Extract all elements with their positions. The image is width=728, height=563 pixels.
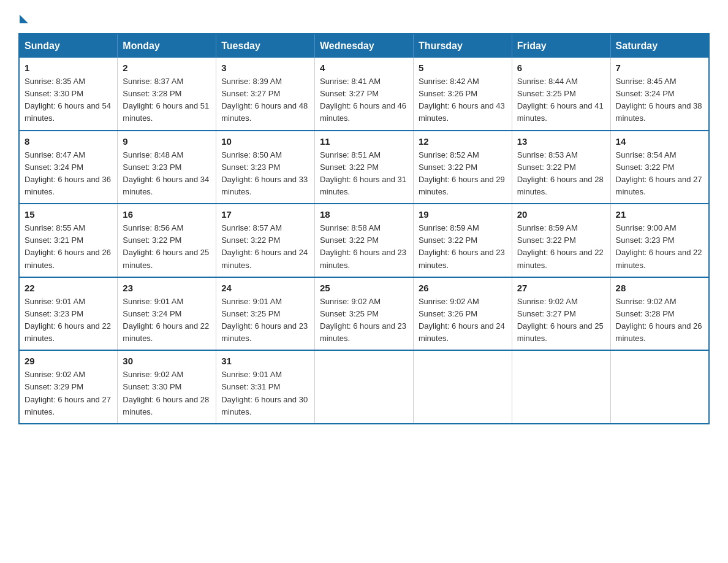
calendar-week-row: 1Sunrise: 8:35 AMSunset: 3:30 PMDaylight… bbox=[19, 58, 709, 131]
day-info: Sunrise: 9:02 AMSunset: 3:30 PMDaylight:… bbox=[123, 369, 211, 418]
calendar-cell: 26Sunrise: 9:02 AMSunset: 3:26 PMDayligh… bbox=[413, 277, 512, 351]
day-number: 30 bbox=[123, 356, 211, 366]
calendar-cell: 30Sunrise: 9:02 AMSunset: 3:30 PMDayligh… bbox=[118, 350, 216, 424]
day-number: 13 bbox=[517, 136, 605, 147]
calendar-week-row: 29Sunrise: 9:02 AMSunset: 3:29 PMDayligh… bbox=[19, 350, 709, 424]
calendar-cell: 24Sunrise: 9:01 AMSunset: 3:25 PMDayligh… bbox=[216, 277, 315, 351]
day-number: 11 bbox=[320, 136, 408, 147]
day-number: 17 bbox=[221, 209, 309, 220]
calendar-week-row: 22Sunrise: 9:01 AMSunset: 3:23 PMDayligh… bbox=[19, 277, 709, 351]
day-number: 10 bbox=[221, 136, 309, 147]
calendar-cell: 23Sunrise: 9:01 AMSunset: 3:24 PMDayligh… bbox=[118, 277, 216, 351]
day-number: 5 bbox=[419, 63, 507, 73]
day-info: Sunrise: 9:01 AMSunset: 3:31 PMDaylight:… bbox=[221, 369, 309, 418]
calendar-cell: 8Sunrise: 8:47 AMSunset: 3:24 PMDaylight… bbox=[19, 131, 118, 204]
calendar-cell: 21Sunrise: 9:00 AMSunset: 3:23 PMDayligh… bbox=[610, 204, 709, 277]
day-info: Sunrise: 8:53 AMSunset: 3:22 PMDaylight:… bbox=[517, 149, 605, 199]
day-number: 4 bbox=[320, 63, 408, 73]
calendar-cell: 9Sunrise: 8:48 AMSunset: 3:23 PMDaylight… bbox=[118, 131, 216, 204]
calendar-cell: 1Sunrise: 8:35 AMSunset: 3:30 PMDaylight… bbox=[19, 58, 118, 131]
day-info: Sunrise: 9:02 AMSunset: 3:26 PMDaylight:… bbox=[419, 296, 507, 345]
day-info: Sunrise: 8:54 AMSunset: 3:22 PMDaylight:… bbox=[616, 149, 703, 199]
day-number: 23 bbox=[123, 283, 211, 293]
day-info: Sunrise: 8:56 AMSunset: 3:22 PMDaylight:… bbox=[123, 222, 211, 272]
weekday-header-sunday: Sunday bbox=[19, 34, 118, 58]
day-number: 27 bbox=[517, 283, 605, 293]
day-info: Sunrise: 9:02 AMSunset: 3:25 PMDaylight:… bbox=[320, 296, 408, 345]
calendar-cell: 22Sunrise: 9:01 AMSunset: 3:23 PMDayligh… bbox=[19, 277, 118, 351]
calendar-cell: 27Sunrise: 9:02 AMSunset: 3:27 PMDayligh… bbox=[512, 277, 610, 351]
calendar-cell: 17Sunrise: 8:57 AMSunset: 3:22 PMDayligh… bbox=[216, 204, 315, 277]
day-info: Sunrise: 9:02 AMSunset: 3:27 PMDaylight:… bbox=[517, 296, 605, 345]
weekday-header-tuesday: Tuesday bbox=[216, 34, 315, 58]
day-number: 26 bbox=[419, 283, 507, 293]
weekday-header-wednesday: Wednesday bbox=[315, 34, 414, 58]
day-number: 28 bbox=[616, 283, 703, 293]
calendar-cell bbox=[610, 350, 709, 424]
day-number: 18 bbox=[320, 209, 408, 220]
day-number: 8 bbox=[25, 136, 112, 147]
calendar-cell: 4Sunrise: 8:41 AMSunset: 3:27 PMDaylight… bbox=[315, 58, 414, 131]
day-info: Sunrise: 8:39 AMSunset: 3:27 PMDaylight:… bbox=[221, 75, 309, 125]
day-info: Sunrise: 8:52 AMSunset: 3:22 PMDaylight:… bbox=[419, 149, 507, 199]
day-info: Sunrise: 9:01 AMSunset: 3:24 PMDaylight:… bbox=[123, 296, 211, 345]
page-header bbox=[18, 12, 710, 21]
calendar-cell: 12Sunrise: 8:52 AMSunset: 3:22 PMDayligh… bbox=[413, 131, 512, 204]
day-info: Sunrise: 8:50 AMSunset: 3:23 PMDaylight:… bbox=[221, 149, 309, 199]
day-number: 3 bbox=[221, 63, 309, 73]
calendar-cell: 6Sunrise: 8:44 AMSunset: 3:25 PMDaylight… bbox=[512, 58, 610, 131]
day-info: Sunrise: 8:59 AMSunset: 3:22 PMDaylight:… bbox=[419, 222, 507, 272]
calendar-week-row: 15Sunrise: 8:55 AMSunset: 3:21 PMDayligh… bbox=[19, 204, 709, 277]
calendar-cell: 5Sunrise: 8:42 AMSunset: 3:26 PMDaylight… bbox=[413, 58, 512, 131]
day-info: Sunrise: 9:00 AMSunset: 3:23 PMDaylight:… bbox=[616, 222, 703, 272]
day-number: 22 bbox=[25, 283, 112, 293]
day-number: 6 bbox=[517, 63, 605, 73]
calendar-cell: 2Sunrise: 8:37 AMSunset: 3:28 PMDaylight… bbox=[118, 58, 216, 131]
day-info: Sunrise: 8:47 AMSunset: 3:24 PMDaylight:… bbox=[25, 149, 112, 199]
day-number: 12 bbox=[419, 136, 507, 147]
day-info: Sunrise: 8:57 AMSunset: 3:22 PMDaylight:… bbox=[221, 222, 309, 272]
day-number: 15 bbox=[25, 209, 112, 220]
calendar-cell: 31Sunrise: 9:01 AMSunset: 3:31 PMDayligh… bbox=[216, 350, 315, 424]
calendar-cell: 25Sunrise: 9:02 AMSunset: 3:25 PMDayligh… bbox=[315, 277, 414, 351]
calendar-cell: 10Sunrise: 8:50 AMSunset: 3:23 PMDayligh… bbox=[216, 131, 315, 204]
calendar-cell bbox=[512, 350, 610, 424]
weekday-header-monday: Monday bbox=[118, 34, 216, 58]
calendar-cell: 20Sunrise: 8:59 AMSunset: 3:22 PMDayligh… bbox=[512, 204, 610, 277]
day-info: Sunrise: 8:44 AMSunset: 3:25 PMDaylight:… bbox=[517, 75, 605, 125]
day-info: Sunrise: 9:01 AMSunset: 3:25 PMDaylight:… bbox=[221, 296, 309, 345]
day-info: Sunrise: 8:45 AMSunset: 3:24 PMDaylight:… bbox=[616, 75, 703, 125]
logo-arrow-icon bbox=[20, 15, 28, 23]
day-number: 19 bbox=[419, 209, 507, 220]
day-info: Sunrise: 8:35 AMSunset: 3:30 PMDaylight:… bbox=[25, 75, 112, 125]
calendar-cell: 19Sunrise: 8:59 AMSunset: 3:22 PMDayligh… bbox=[413, 204, 512, 277]
weekday-header-row: SundayMondayTuesdayWednesdayThursdayFrid… bbox=[19, 34, 709, 58]
calendar-cell: 15Sunrise: 8:55 AMSunset: 3:21 PMDayligh… bbox=[19, 204, 118, 277]
day-number: 31 bbox=[221, 356, 309, 366]
calendar-cell: 11Sunrise: 8:51 AMSunset: 3:22 PMDayligh… bbox=[315, 131, 414, 204]
day-info: Sunrise: 9:01 AMSunset: 3:23 PMDaylight:… bbox=[25, 296, 112, 345]
day-number: 16 bbox=[123, 209, 211, 220]
day-info: Sunrise: 8:58 AMSunset: 3:22 PMDaylight:… bbox=[320, 222, 408, 272]
calendar-table: SundayMondayTuesdayWednesdayThursdayFrid… bbox=[18, 33, 710, 424]
logo bbox=[18, 12, 28, 21]
day-info: Sunrise: 8:37 AMSunset: 3:28 PMDaylight:… bbox=[123, 75, 211, 125]
calendar-cell: 16Sunrise: 8:56 AMSunset: 3:22 PMDayligh… bbox=[118, 204, 216, 277]
calendar-cell: 18Sunrise: 8:58 AMSunset: 3:22 PMDayligh… bbox=[315, 204, 414, 277]
weekday-header-thursday: Thursday bbox=[413, 34, 512, 58]
day-number: 1 bbox=[25, 63, 112, 73]
weekday-header-saturday: Saturday bbox=[610, 34, 709, 58]
day-number: 9 bbox=[123, 136, 211, 147]
day-info: Sunrise: 8:41 AMSunset: 3:27 PMDaylight:… bbox=[320, 75, 408, 125]
day-number: 24 bbox=[221, 283, 309, 293]
calendar-cell: 7Sunrise: 8:45 AMSunset: 3:24 PMDaylight… bbox=[610, 58, 709, 131]
day-number: 25 bbox=[320, 283, 408, 293]
day-number: 14 bbox=[616, 136, 703, 147]
weekday-header-friday: Friday bbox=[512, 34, 610, 58]
day-number: 21 bbox=[616, 209, 703, 220]
day-info: Sunrise: 8:59 AMSunset: 3:22 PMDaylight:… bbox=[517, 222, 605, 272]
calendar-cell: 13Sunrise: 8:53 AMSunset: 3:22 PMDayligh… bbox=[512, 131, 610, 204]
day-number: 20 bbox=[517, 209, 605, 220]
calendar-cell: 3Sunrise: 8:39 AMSunset: 3:27 PMDaylight… bbox=[216, 58, 315, 131]
day-info: Sunrise: 8:55 AMSunset: 3:21 PMDaylight:… bbox=[25, 222, 112, 272]
